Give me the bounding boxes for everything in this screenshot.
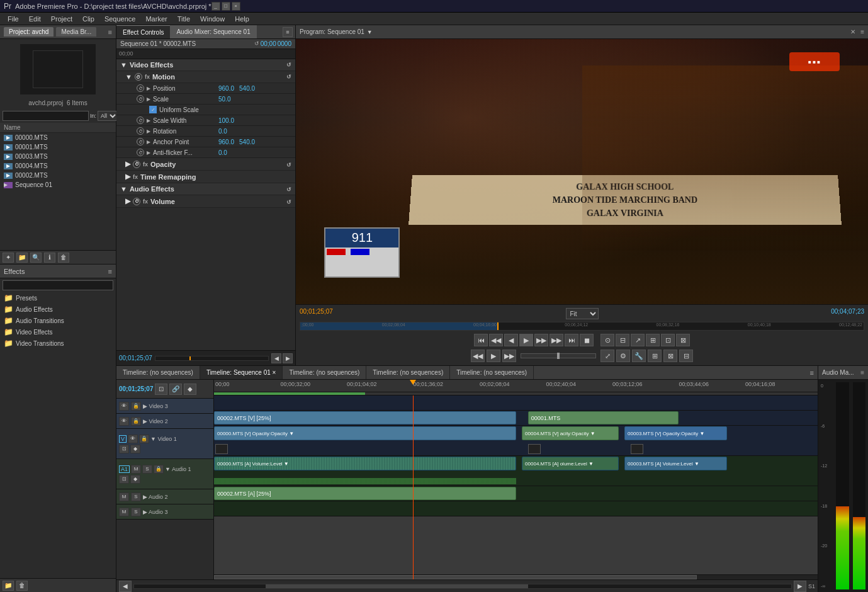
panel-menu-icon[interactable]: ≡ [108,28,112,36]
shuttle-play-btn[interactable]: ▶ [487,350,500,362]
sw-stopwatch[interactable]: ⏱ [137,117,144,124]
play-btn[interactable]: ▶ [519,334,533,346]
audio3-s-btn[interactable]: S [131,508,141,516]
clip-00002-a2[interactable]: 00002.MTS [A] [25%] [214,487,516,500]
timeline-tab-4[interactable]: Timeline: (no sequences) [366,366,450,379]
af-stopwatch[interactable]: ⏱ [137,149,144,156]
add-markers-btn[interactable]: ◆ [184,384,196,395]
scale-expand-arrow[interactable]: ▶ [147,96,150,102]
video2-lock-btn[interactable]: 🔒 [131,417,141,426]
fullscreen-btn[interactable]: ⤢ [600,350,614,362]
audio2-m-btn[interactable]: M [119,492,129,501]
opacity-stopwatch[interactable]: ⏱ [133,161,140,168]
zoom-select[interactable]: Fit 25% 50% 100% [566,308,599,319]
timeline-tab-3[interactable]: Timeline: (no sequences) [283,366,366,379]
monitor-close-icon[interactable]: ✕ [850,28,855,35]
audio1-keyframe-btn[interactable]: ◆ [130,475,140,484]
motion-fx-icon[interactable]: fx [145,74,150,80]
menu-clip[interactable]: Clip [77,13,99,25]
go-to-out-btn[interactable]: ⏭ [565,334,578,346]
clip-00001-v2[interactable]: 00001.MTS [528,411,679,424]
vol-stopwatch[interactable]: ⏱ [133,198,140,205]
tr-fx-icon[interactable]: fx [133,174,138,180]
clip-00004-v1[interactable]: 00004.MTS [V] acity:Opacity ▼ [522,426,618,440]
timeline-menu-btn[interactable]: ≡ [806,369,818,377]
ap-arrow[interactable]: ▶ [147,139,150,145]
audio3-m-btn[interactable]: M [119,508,129,516]
loop-btn[interactable]: ⊙ [600,334,614,346]
menu-title[interactable]: Title [172,13,195,25]
tl-prev-btn[interactable]: ◀ [119,581,132,592]
timeline-ruler[interactable]: 00;00 00;00;32;00 00;01;04;02 00;01;36;0… [214,380,818,392]
close-button[interactable]: × [232,2,240,11]
ve-reset-btn[interactable]: ↺ [286,62,291,68]
audio1-m-btn[interactable]: M [131,465,141,474]
opacity-header[interactable]: ▶ ⏱ fx Opacity ↺ [116,158,295,171]
list-item[interactable]: ▶00001.MTS [0,142,116,152]
menu-project[interactable]: Project [46,13,77,25]
media-browser-tab[interactable]: Media Br... [56,27,96,37]
uniform-scale-checkbox[interactable]: ✓ [149,106,157,113]
step-forward-btn[interactable]: ▶▶ [550,334,563,346]
sw-arrow[interactable]: ▶ [147,118,150,123]
video-effects-expand-icon[interactable]: ▼ [120,61,127,69]
list-item[interactable]: ▶00000.MTS [0,133,116,142]
timeline-scrollbar[interactable] [133,584,792,589]
compare-btn[interactable]: ⊠ [663,350,677,362]
video3-eye-btn[interactable]: 👁 [119,402,129,411]
ec-prev-btn[interactable]: ◀ [271,353,281,363]
af-arrow[interactable]: ▶ [147,150,150,156]
ap-stopwatch[interactable]: ⏱ [137,138,144,145]
in-select[interactable]: All [98,111,118,121]
video3-lock-btn[interactable]: 🔒 [131,402,141,411]
audio2-s-btn[interactable]: S [131,492,141,501]
clip-00000-a1[interactable]: 00000.MTS [A] Volume:Level ▼ [214,457,516,470]
rot-stopwatch[interactable]: ⏱ [137,127,144,135]
find-btn[interactable]: 🔍 [30,253,42,263]
opacity-expand-icon[interactable]: ▶ [125,160,130,168]
safe-margins-btn[interactable]: ⊟ [616,334,629,346]
list-item[interactable]: ▶00002.MTS [0,171,116,180]
motion-header[interactable]: ▼ ⏱ fx Motion ↺ [116,71,295,83]
effects-presets-item[interactable]: 📁 Presets [0,292,116,304]
shuttle-right-btn[interactable]: ▶▶ [502,350,516,362]
ec-next-btn[interactable]: ▶ [283,353,293,363]
opacity-fx-icon[interactable]: fx [143,161,148,168]
ae-expand-icon[interactable]: ▼ [120,185,127,193]
menu-file[interactable]: File [3,13,24,25]
step-back-btn[interactable]: ◀◀ [489,334,503,346]
effects-menu-icon[interactable]: ≡ [108,268,112,275]
timeline-tab-active[interactable]: Timeline: Sequence 01 × [200,366,283,379]
scale-stopwatch[interactable]: ⏱ [137,95,144,103]
project-tab[interactable]: Project: avchd [4,27,54,37]
minimize-button[interactable]: _ [211,2,220,11]
ae-reset-btn[interactable]: ↺ [286,186,291,193]
motion-stopwatch[interactable]: ⏱ [135,73,142,81]
video2-eye-btn[interactable]: 👁 [119,417,129,426]
settings-btn[interactable]: ⚙ [616,350,630,362]
clip-00003-v1[interactable]: 00003.MTS [V] Opacity:Opacity ▼ [624,426,727,440]
go-to-in-btn[interactable]: ⏮ [474,334,488,346]
menu-marker[interactable]: Marker [140,13,172,25]
video-effects-header[interactable]: ▼ Video Effects ↺ [116,59,295,71]
vol-expand-icon[interactable]: ▶ [125,197,130,205]
menu-window[interactable]: Window [195,13,230,25]
menu-help[interactable]: Help [230,13,254,25]
audio1-sync-btn[interactable]: ⊡ [119,475,129,484]
maximize-button[interactable]: □ [222,2,230,11]
menu-edit[interactable]: Edit [24,13,46,25]
video1-sync-btn[interactable]: ⊡ [119,445,129,453]
timeline-tab-1[interactable]: Timeline: (no sequences) [116,366,200,379]
audio1-s-btn[interactable]: S [142,465,152,474]
tl-next-btn[interactable]: ▶ [794,581,806,592]
menu-sequence[interactable]: Sequence [99,13,141,25]
new-folder-btn[interactable]: 📁 [16,253,28,263]
fast-forward-btn[interactable]: ▶▶ [534,334,548,346]
trim-in-btn[interactable]: ⊡ [661,334,675,346]
wrench-btn[interactable]: 🔧 [632,350,646,362]
rot-arrow[interactable]: ▶ [147,128,150,134]
ec-scrubber[interactable] [155,356,269,361]
audio1-lock-btn[interactable]: 🔒 [154,465,164,474]
video1-lock-btn[interactable]: 🔒 [139,435,149,443]
timeline-h-scrollbar[interactable] [214,574,818,579]
